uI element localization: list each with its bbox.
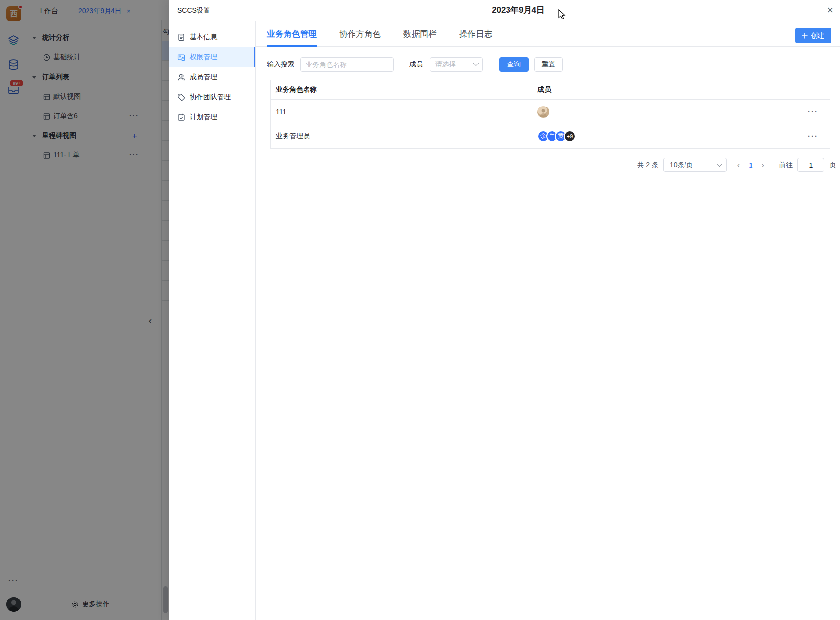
- row-more-icon[interactable]: ···: [808, 107, 818, 116]
- tab-data-fence[interactable]: 数据围栏: [403, 21, 437, 46]
- query-button[interactable]: 查询: [499, 57, 529, 72]
- table-row[interactable]: 业务管理员 余 兰 黄 +9 ···: [271, 124, 830, 149]
- member-select[interactable]: 请选择: [430, 57, 483, 72]
- settings-nav: 基本信息 权限管理: [169, 21, 256, 620]
- chevron-down-icon: [473, 61, 479, 66]
- modal-app-label: SCCS设置: [177, 0, 210, 21]
- total-count: 共 2 条: [637, 161, 659, 170]
- nav-active-indicator: [254, 47, 255, 67]
- tag-icon: [177, 93, 185, 101]
- tab-label: 业务角色管理: [267, 28, 317, 40]
- row-actions-cell: ···: [796, 100, 830, 124]
- search-label: 输入搜索: [267, 60, 294, 69]
- modal-title: 2023年9月4日: [492, 0, 545, 21]
- tab-label: 操作日志: [459, 28, 492, 40]
- nav-item-plans[interactable]: 计划管理: [169, 107, 255, 127]
- plus-icon: [802, 33, 808, 39]
- member-select-placeholder: 请选择: [435, 60, 456, 69]
- page-size-select[interactable]: 10条/页: [663, 158, 727, 172]
- tab-label: 协作方角色: [339, 28, 381, 40]
- mouse-cursor: [558, 9, 568, 20]
- nav-item-label: 计划管理: [190, 113, 217, 122]
- member-overflow-avatar[interactable]: +9: [564, 130, 575, 142]
- person-icon: [177, 73, 185, 81]
- search-input[interactable]: [300, 57, 394, 72]
- modal-header: SCCS设置 2023年9月4日 ×: [169, 0, 840, 21]
- row-more-icon[interactable]: ···: [808, 132, 818, 140]
- table-row[interactable]: 111 ···: [271, 100, 830, 124]
- tab-business-roles[interactable]: 业务角色管理: [267, 21, 317, 46]
- role-name-cell: 业务管理员: [271, 124, 532, 148]
- close-icon[interactable]: ×: [827, 4, 833, 16]
- create-button-label: 创建: [811, 31, 824, 40]
- column-header-actions: [796, 80, 830, 99]
- nav-item-label: 协作团队管理: [190, 93, 231, 102]
- current-page[interactable]: 1: [743, 161, 759, 169]
- clipboard-icon: [177, 33, 185, 41]
- column-header-members: 成员: [532, 80, 796, 99]
- nav-item-label: 基本信息: [190, 33, 217, 42]
- filter-bar: 输入搜索 成员 请选择 查询 重置: [267, 57, 840, 72]
- pagination: 共 2 条 10条/页 ‹ 1 › 前往 页: [256, 158, 840, 172]
- nav-item-collab-teams[interactable]: 协作团队管理: [169, 87, 255, 107]
- row-actions-cell: ···: [796, 124, 830, 148]
- member-label: 成员: [409, 60, 423, 69]
- members-cell: 余 兰 黄 +9: [532, 124, 796, 148]
- reset-button[interactable]: 重置: [534, 57, 563, 72]
- calendar-check-icon: [177, 113, 185, 121]
- chevron-down-icon: [717, 161, 722, 167]
- next-page-icon[interactable]: ›: [758, 160, 767, 170]
- table-header-row: 业务角色名称 成员: [271, 80, 830, 100]
- modal-body: 基本信息 权限管理: [169, 21, 840, 620]
- nav-item-basic-info[interactable]: 基本信息: [169, 27, 255, 47]
- member-avatar[interactable]: [537, 106, 549, 118]
- permission-card-icon: [177, 53, 185, 61]
- goto-page-input[interactable]: [797, 158, 824, 172]
- tab-operation-log[interactable]: 操作日志: [459, 21, 492, 46]
- roles-table: 业务角色名称 成员 111: [270, 80, 830, 149]
- permissions-content: 业务角色管理 协作方角色 数据围栏 操作日志: [256, 21, 840, 620]
- modal-backdrop[interactable]: [0, 0, 169, 620]
- permission-tabs: 业务角色管理 协作方角色 数据围栏 操作日志: [256, 21, 840, 47]
- avatar-image: [538, 107, 548, 117]
- prev-page-icon[interactable]: ‹: [734, 160, 743, 170]
- nav-item-permissions[interactable]: 权限管理: [169, 47, 255, 67]
- goto-label: 前往: [779, 161, 793, 170]
- page-size-value: 10条/页: [670, 161, 693, 170]
- column-header-role-name: 业务角色名称: [271, 80, 532, 99]
- sccs-settings-modal: SCCS设置 2023年9月4日 × 基本信息: [169, 0, 840, 620]
- tab-label: 数据围栏: [403, 28, 437, 40]
- create-button[interactable]: 创建: [795, 28, 831, 43]
- page-unit-label: 页: [829, 161, 836, 170]
- role-name-cell: 111: [271, 100, 532, 124]
- members-cell: [532, 100, 796, 124]
- nav-item-label: 成员管理: [190, 73, 217, 82]
- screen: 西 工作台 2023年9月4日× 99+ 统计分析: [0, 0, 840, 620]
- tab-collaborator-roles[interactable]: 协作方角色: [339, 21, 381, 46]
- nav-item-members[interactable]: 成员管理: [169, 67, 255, 87]
- nav-item-label: 权限管理: [190, 53, 217, 62]
